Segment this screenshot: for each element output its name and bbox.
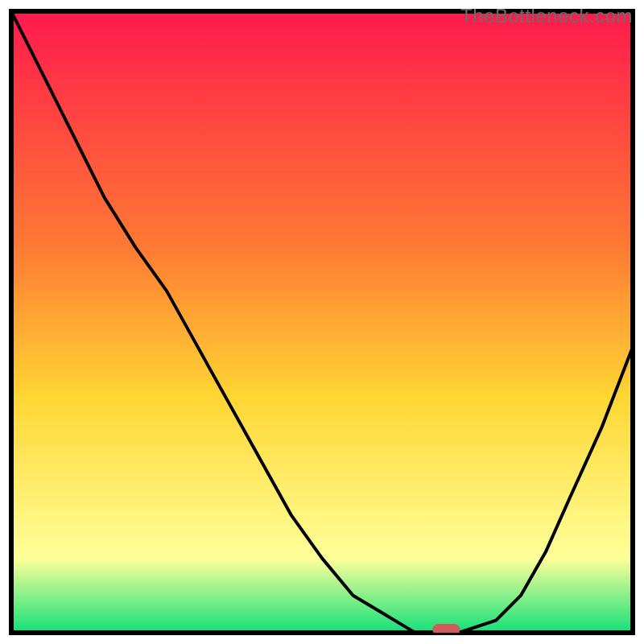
chart-svg — [8, 8, 636, 636]
plot-area — [8, 8, 636, 636]
chart-container: TheBottleneck.com — [0, 0, 644, 644]
watermark-text: TheBottleneck.com — [460, 5, 633, 27]
chart-background — [11, 11, 633, 633]
